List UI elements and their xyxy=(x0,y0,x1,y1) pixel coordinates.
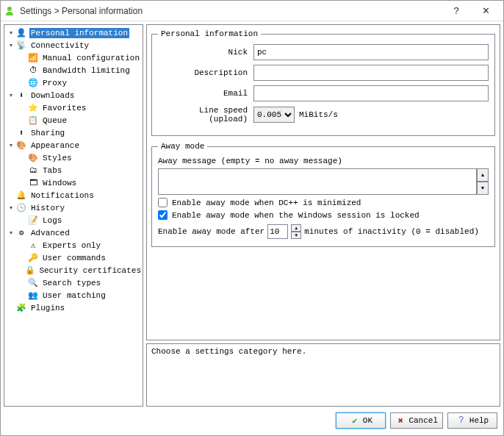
inactivity-prefix: Enable away mode after xyxy=(158,227,264,236)
sidebar-item-label: Experts only xyxy=(41,240,102,251)
sidebar-item-label: Logs xyxy=(41,215,63,226)
ok-button[interactable]: ✔ OK xyxy=(336,412,386,429)
sidebar-item-label: User commands xyxy=(41,253,107,263)
expander-icon[interactable]: ▾ xyxy=(7,92,14,99)
inactivity-spinner[interactable]: ▲ ▼ xyxy=(291,224,301,239)
cancel-button[interactable]: ✖ Cancel xyxy=(390,412,443,429)
expander-icon xyxy=(19,117,26,124)
gauge-icon: ⏱ xyxy=(27,65,39,76)
sidebar-item-label: Downloads xyxy=(29,90,76,101)
sidebar-item-downloads[interactable]: ▾⬇Downloads xyxy=(4,89,143,101)
away-locked-checkbox[interactable] xyxy=(158,210,168,220)
sidebar-item-connectivity[interactable]: ▾📡Connectivity xyxy=(4,39,143,51)
description-input[interactable] xyxy=(253,65,489,81)
expander-icon[interactable]: ▾ xyxy=(7,29,14,36)
settings-panel: Personal information Nick Description Em… xyxy=(146,24,500,340)
line-speed-select[interactable]: 0.005 xyxy=(253,107,295,123)
sidebar-item-manual-configuration[interactable]: 📶Manual configuration xyxy=(4,51,143,64)
sidebar-item-personal-information[interactable]: ▾👤Personal information xyxy=(4,26,143,39)
sidebar-item-label: Plugins xyxy=(29,303,66,313)
upload-icon: ⬆ xyxy=(15,127,27,139)
personal-info-legend: Personal information xyxy=(158,29,261,38)
close-button[interactable]: ✕ xyxy=(471,1,500,21)
sidebar-item-label: Security certificates xyxy=(37,265,143,276)
description-panel: Choose a settings category here. xyxy=(146,343,500,407)
away-mode-legend: Away mode xyxy=(158,142,207,151)
expander-icon[interactable]: ▾ xyxy=(7,142,14,149)
sidebar-item-notifications[interactable]: 🔔Notifications xyxy=(4,189,143,201)
help-button[interactable]: ? xyxy=(442,1,471,21)
sidebar-item-bandwidth-limiting[interactable]: ⏱Bandwidth limiting xyxy=(4,64,143,76)
category-tree[interactable]: ▾👤Personal information▾📡Connectivity📶Man… xyxy=(4,24,143,407)
app-icon xyxy=(4,5,15,17)
warning-icon: ⚠ xyxy=(27,240,39,251)
sidebar-item-label: Appearance xyxy=(29,140,81,151)
sidebar-item-label: Connectivity xyxy=(29,40,90,51)
expander-icon xyxy=(19,154,26,161)
nick-input[interactable] xyxy=(253,44,489,60)
email-label: Email xyxy=(158,89,253,98)
away-message-input[interactable] xyxy=(158,168,477,195)
spin-up-icon[interactable]: ▲ xyxy=(291,224,301,232)
help-button[interactable]: ? Help xyxy=(447,412,497,429)
lock-icon: 🔒 xyxy=(25,265,35,276)
away-locked-label: Enable away mode when the Windows sessio… xyxy=(172,211,420,220)
expander-icon xyxy=(19,79,26,86)
sidebar-item-security-certificates[interactable]: 🔒Security certificates xyxy=(4,264,143,276)
main-panel: Personal information Nick Description Em… xyxy=(146,24,500,407)
inactivity-suffix: minutes of inactivity (0 = disabled) xyxy=(304,227,479,236)
sidebar-item-proxy[interactable]: 🌐Proxy xyxy=(4,76,143,89)
sidebar-item-search-types[interactable]: 🔍Search types xyxy=(4,276,143,289)
users-icon: 👥 xyxy=(27,290,39,301)
sidebar-item-advanced[interactable]: ▾⚙Advanced xyxy=(4,226,143,239)
sidebar-item-styles[interactable]: 🎨Styles xyxy=(4,151,143,164)
bell-icon: 🔔 xyxy=(15,190,27,201)
download-icon: ⬇ xyxy=(15,90,27,101)
scroll-up-icon[interactable]: ▲ xyxy=(477,168,489,182)
titlebar: Settings > Personal information ? ✕ xyxy=(1,1,503,21)
expander-icon[interactable]: ▾ xyxy=(7,42,14,49)
sidebar-item-label: Favorites xyxy=(41,103,87,113)
email-input[interactable] xyxy=(253,85,489,101)
person-icon: 👤 xyxy=(15,27,27,39)
sidebar-item-experts-only[interactable]: ⚠Experts only xyxy=(4,239,143,251)
button-bar: ✔ OK ✖ Cancel ? Help xyxy=(1,410,503,432)
sidebar-item-label: Search types xyxy=(41,278,102,288)
sidebar-item-history[interactable]: ▾🕓History xyxy=(4,201,143,214)
sidebar-item-queue[interactable]: 📋Queue xyxy=(4,114,143,126)
away-mode-group: Away mode Away message (empty = no away … xyxy=(151,142,495,247)
away-minimized-checkbox[interactable] xyxy=(158,198,168,207)
away-message-scroll[interactable]: ▲ ▼ xyxy=(477,168,489,195)
inactivity-input[interactable] xyxy=(267,224,288,239)
scroll-down-icon[interactable]: ▼ xyxy=(477,182,489,195)
check-icon: ✔ xyxy=(350,415,360,426)
expander-icon xyxy=(19,179,26,186)
sidebar-item-label: Personal information xyxy=(29,28,129,38)
sidebar-item-label: Manual configuration xyxy=(41,53,141,63)
expander-icon[interactable]: ▾ xyxy=(7,229,14,236)
sidebar-item-label: Proxy xyxy=(41,78,68,88)
away-message-label: Away message (empty = no away message) xyxy=(158,157,489,165)
sidebar-item-tabs[interactable]: 🗂Tabs xyxy=(4,164,143,176)
content-area: ▾👤Personal information▾📡Connectivity📶Man… xyxy=(1,21,503,410)
sidebar-item-favorites[interactable]: ⭐Favorites xyxy=(4,101,143,114)
expander-icon xyxy=(19,267,24,274)
paint-icon: 🎨 xyxy=(27,152,39,164)
expander-icon xyxy=(19,279,26,286)
expander-icon xyxy=(7,192,14,199)
cross-icon: ✖ xyxy=(395,415,406,426)
sidebar-item-windows[interactable]: 🗔Windows xyxy=(4,176,143,189)
expander-icon[interactable]: ▾ xyxy=(7,204,14,211)
expander-icon xyxy=(19,67,26,74)
sidebar-item-user-commands[interactable]: 🔑User commands xyxy=(4,251,143,264)
sidebar-item-appearance[interactable]: ▾🎨Appearance xyxy=(4,139,143,151)
sidebar-item-plugins[interactable]: 🧩Plugins xyxy=(4,301,143,314)
sidebar-item-logs[interactable]: 📝Logs xyxy=(4,214,143,226)
expander-icon xyxy=(19,292,26,299)
sidebar-item-sharing[interactable]: ⬆Sharing xyxy=(4,126,143,139)
away-minimized-label: Enable away mode when DC++ is minimized xyxy=(172,199,361,207)
key-icon: 🔑 xyxy=(27,252,39,264)
spin-down-icon[interactable]: ▼ xyxy=(291,232,301,239)
expander-icon xyxy=(7,129,14,136)
sidebar-item-user-matching[interactable]: 👥User matching xyxy=(4,289,143,301)
